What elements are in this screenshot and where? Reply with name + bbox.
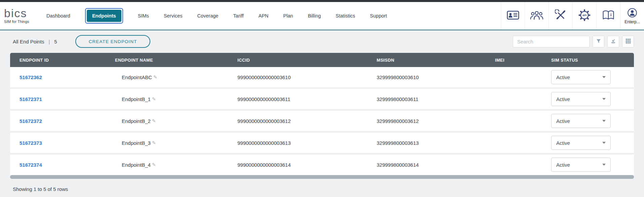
nav-item-services[interactable]: Services [164, 13, 183, 19]
brand-tagline: SIM for Things [4, 20, 38, 24]
column-header-sim-status: SIM STATUS [530, 58, 634, 63]
table-body: 51672362 EndpointABC✎ 999000000000000361… [10, 67, 634, 175]
brand-logo[interactable]: bics SIM for Things [0, 2, 38, 30]
sim-status-value: Active [556, 118, 570, 124]
endpoint-count: 5 [54, 39, 57, 44]
horizontal-scrollbar-thumb[interactable] [10, 175, 634, 179]
table-row: 51672373 EndpointB_3✎ 999000000000000361… [10, 133, 634, 153]
nav-item-plan[interactable]: Plan [283, 13, 293, 19]
nav-icon-group: API i Enterp... [501, 2, 644, 30]
sim-status-dropdown[interactable]: Active [551, 92, 611, 106]
edit-pencil-icon[interactable]: ✎ [152, 140, 156, 145]
edit-pencil-icon[interactable]: ✎ [153, 74, 157, 80]
enterprise-user-button[interactable]: Enterp... [620, 2, 644, 30]
tools-icon [555, 9, 566, 22]
column-grid-icon [626, 38, 631, 45]
contact-card-icon [507, 10, 519, 21]
sim-status-value: Active [556, 96, 570, 102]
chevron-down-icon [602, 98, 606, 100]
column-header-endpoint-name: ENDPOINT NAME [106, 58, 229, 63]
nav-item-billing[interactable]: Billing [308, 13, 321, 19]
nav-item-dashboard[interactable]: Dashboard [46, 13, 70, 19]
iccid-value: 9990000000000003613 [229, 140, 368, 146]
users-group-icon [530, 10, 543, 22]
create-endpoint-button[interactable]: CREATE ENDPOINT [75, 35, 151, 48]
iccid-value: 9990000000000003612 [229, 118, 368, 124]
iccid-value: 9990000000000003610 [229, 74, 368, 80]
users-button[interactable] [525, 2, 548, 30]
filter-funnel-icon [596, 38, 601, 45]
list-title: All End Points | 5 [13, 39, 57, 44]
documentation-book-icon: i [602, 10, 614, 22]
endpoint-id-link[interactable]: 51672373 [20, 140, 42, 146]
nav-item-tariff[interactable]: Tariff [233, 13, 243, 19]
column-header-endpoint-id: ENDPOINT ID [10, 58, 106, 63]
tools-button[interactable] [548, 2, 572, 30]
endpoint-name: EndpointB_2 [122, 118, 151, 124]
endpoint-id-link[interactable]: 51672371 [20, 96, 42, 102]
sim-status-dropdown[interactable]: Active [551, 158, 611, 172]
chevron-down-icon [602, 164, 606, 166]
column-header-imei: IMEI [486, 58, 530, 63]
contact-card-button[interactable] [501, 2, 525, 30]
documentation-button[interactable]: i [596, 2, 620, 30]
sim-status-dropdown[interactable]: Active [551, 114, 611, 128]
api-gear-icon: API [578, 9, 591, 23]
endpoint-id-link[interactable]: 51672374 [20, 162, 42, 168]
nav-menu: DashboardEndpointsSIMsServicesCoverageTa… [46, 8, 387, 24]
msisdn-value: 329999800003611 [368, 96, 486, 102]
nav-item-sims[interactable]: SIMs [138, 13, 149, 19]
endpoint-name: EndpointB_1 [122, 96, 151, 102]
horizontal-scrollbar-track [10, 175, 634, 179]
nav-item-support[interactable]: Support [370, 13, 387, 19]
endpoint-id-link[interactable]: 51672362 [20, 74, 42, 80]
chevron-down-icon [602, 76, 606, 78]
chevron-down-icon [602, 120, 606, 122]
enterprise-user-icon [627, 8, 637, 19]
title-divider: | [48, 39, 50, 44]
endpoint-id-link[interactable]: 51672372 [20, 118, 42, 124]
search-input[interactable] [513, 36, 590, 47]
table-row: 51672372 EndpointB_2✎ 999000000000000361… [10, 111, 634, 131]
filter-button[interactable] [593, 36, 604, 47]
endpoint-name: EndpointABC [122, 74, 152, 80]
msisdn-value: 329999800003612 [368, 118, 486, 124]
nav-item-apn[interactable]: APN [259, 13, 269, 19]
msisdn-value: 329999800003614 [368, 162, 486, 168]
edit-pencil-icon[interactable]: ✎ [152, 162, 156, 167]
table-row: 51672374 EndpointB_4✎ 999000000000000361… [10, 155, 634, 175]
enterprise-label: Enterp... [624, 20, 640, 24]
main-nav: bics SIM for Things DashboardEndpointsSI… [0, 2, 644, 30]
table-row: 51672362 EndpointABC✎ 999000000000000361… [10, 67, 634, 87]
api-button[interactable]: API [572, 2, 596, 30]
column-header-iccid: ICCID [229, 58, 368, 63]
nav-item-statistics[interactable]: Statistics [336, 13, 355, 19]
table-header-row: ENDPOINT IDENDPOINT NAMEICCIDMSISDNIMEIS… [10, 53, 634, 67]
export-icon [610, 38, 616, 45]
svg-text:API: API [582, 14, 587, 17]
msisdn-value: 329999800003610 [368, 74, 486, 80]
sim-status-dropdown[interactable]: Active [551, 70, 611, 84]
sim-status-value: Active [556, 74, 570, 80]
sim-status-value: Active [556, 140, 570, 146]
nav-active-outline: Endpoints [85, 8, 123, 24]
nav-item-coverage[interactable]: Coverage [197, 13, 218, 19]
list-toolbar: All End Points | 5 CREATE ENDPOINT [13, 35, 634, 48]
export-button[interactable] [607, 36, 619, 47]
table-row: 51672371 EndpointB_1✎ 999000000000000361… [10, 89, 634, 109]
edit-pencil-icon[interactable]: ✎ [152, 118, 156, 124]
columns-button[interactable] [622, 36, 634, 47]
brand-name: bics [4, 8, 38, 19]
nav-item-endpoints[interactable]: Endpoints [87, 10, 121, 22]
iccid-value: 9990000000000003611 [229, 96, 368, 102]
edit-pencil-icon[interactable]: ✎ [152, 96, 156, 102]
msisdn-value: 329999800003613 [368, 140, 486, 146]
iccid-value: 9990000000000003614 [229, 162, 368, 168]
svg-text:i: i [610, 12, 612, 17]
sim-status-dropdown[interactable]: Active [551, 136, 611, 150]
endpoints-table: ENDPOINT IDENDPOINT NAMEICCIDMSISDNIMEIS… [10, 53, 634, 175]
rows-summary: Showing 1 to 5 of 5 rows [13, 186, 644, 192]
page-title: All End Points [13, 39, 44, 44]
endpoint-name: EndpointB_4 [122, 162, 151, 168]
toolbar-right-group [513, 36, 634, 47]
